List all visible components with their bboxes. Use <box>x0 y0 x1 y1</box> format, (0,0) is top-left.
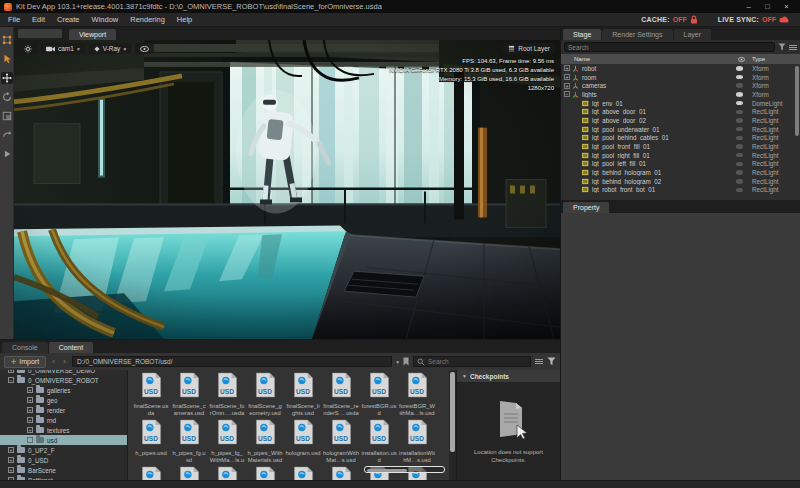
vertical-scrollbar[interactable] <box>449 370 456 480</box>
expand-box-icon[interactable]: + <box>564 74 570 80</box>
content-search-input[interactable]: Search <box>413 356 531 367</box>
file-item[interactable]: USDfinalScene.usda <box>132 372 170 419</box>
snap-tool-icon[interactable] <box>1 129 13 141</box>
tab-layer[interactable]: Layer <box>674 29 712 40</box>
visibility-eye-icon[interactable] <box>736 75 743 80</box>
root-layer-selector[interactable]: Root Layer <box>503 43 555 54</box>
bookmark-icon[interactable] <box>403 357 409 366</box>
column-name[interactable]: Name <box>574 56 738 62</box>
expand-box-icon[interactable]: − <box>564 91 570 97</box>
stage-row[interactable]: +robotXform <box>561 64 800 73</box>
file-item[interactable]: USD <box>170 466 208 480</box>
stage-scrollbar[interactable] <box>795 66 799 136</box>
back-icon[interactable]: ‹ <box>50 357 57 366</box>
file-item[interactable]: USDfinalScene_lights.usd <box>284 372 322 419</box>
move-tool-icon[interactable] <box>1 72 13 84</box>
expand-box-icon[interactable]: + <box>8 370 14 373</box>
select-tool-icon[interactable] <box>1 53 13 65</box>
stage-row[interactable]: lgt_above_door_01RectLight <box>561 107 800 116</box>
visibility-eye-icon[interactable] <box>736 170 743 175</box>
minimize-icon[interactable]: – <box>739 1 758 13</box>
visibility-eye-icon[interactable] <box>736 144 743 149</box>
file-item[interactable]: USDinstallation.usd <box>360 419 398 466</box>
path-input[interactable]: D:/0_OMNIVERSE_ROBOT/usd/ <box>72 356 392 367</box>
folder-tree-row[interactable]: +geo <box>0 395 127 405</box>
menu-window[interactable]: Window <box>86 15 125 24</box>
folder-tree-row[interactable]: +rnd <box>0 415 127 425</box>
expand-box-icon[interactable]: + <box>27 387 33 393</box>
close-icon[interactable]: × <box>777 1 796 13</box>
horizontal-scrollbar[interactable] <box>364 466 445 473</box>
visibility-eye-icon[interactable] <box>736 188 743 193</box>
file-item[interactable]: USDfinalScene_geometry.usd <box>246 372 284 419</box>
file-item[interactable]: USD <box>208 466 246 480</box>
menu-create[interactable]: Create <box>51 15 86 24</box>
file-item[interactable]: USDh_pipes_fg.usd <box>170 419 208 466</box>
tab-content[interactable]: Content <box>49 342 94 353</box>
tab-viewport[interactable]: Viewport <box>69 29 116 40</box>
stage-row[interactable]: lgt_pool_right_fill_01RectLight <box>561 151 800 160</box>
stage-row[interactable]: +camerasXform <box>561 81 800 90</box>
filter-icon[interactable] <box>778 43 786 51</box>
file-item[interactable]: USD <box>284 466 322 480</box>
expand-box-icon[interactable]: + <box>27 397 33 403</box>
cache-value[interactable]: OFF <box>673 16 687 23</box>
checkpoints-header[interactable]: ▼ Checkpoints <box>457 370 560 382</box>
forward-icon[interactable]: › <box>61 357 68 366</box>
folder-tree-row[interactable]: +0_UP2_F <box>0 445 127 455</box>
expand-box-icon[interactable]: + <box>8 457 14 463</box>
stage-row[interactable]: lgt_pool_underwater_01RectLight <box>561 125 800 134</box>
tab-render-settings[interactable]: Render Settings <box>602 29 672 40</box>
folder-tree-row[interactable]: −0_OMNIVERSE_ROBOT <box>0 375 127 385</box>
path-dropdown-icon[interactable]: ▾ <box>396 359 399 365</box>
viewport-canvas[interactable]: cam1 ▾ V-Ray ▾ Root Layer F <box>14 40 560 339</box>
expand-box-icon[interactable]: − <box>8 377 14 383</box>
folder-tree-row[interactable]: usd <box>0 435 127 445</box>
expand-box-icon[interactable]: + <box>564 83 570 89</box>
expand-box-icon[interactable]: + <box>27 427 33 433</box>
column-type[interactable]: Type <box>752 56 800 62</box>
stage-row[interactable]: lgt_pool_behind_cables_01RectLight <box>561 134 800 143</box>
menu-edit[interactable]: Edit <box>26 15 51 24</box>
tab-property[interactable]: Property <box>563 202 609 213</box>
stage-row[interactable]: lgt_behind_hologram_01RectLight <box>561 168 800 177</box>
selection-bounds-icon[interactable] <box>1 34 13 46</box>
tab-stage[interactable]: Stage <box>563 29 601 40</box>
rotate-tool-icon[interactable] <box>1 91 13 103</box>
folder-tree-row[interactable]: +galleries <box>0 385 127 395</box>
column-visibility-eye-icon[interactable] <box>738 57 752 62</box>
maximize-icon[interactable]: □ <box>758 1 777 13</box>
file-item[interactable]: USDhologram.usd <box>284 419 322 466</box>
file-item[interactable]: USDfinalScene_forOmn….usda <box>208 372 246 419</box>
stage-row[interactable]: lgt_robot_front_bot_01RectLight <box>561 186 800 195</box>
visibility-eye-icon[interactable] <box>736 66 743 71</box>
import-button[interactable]: + Import <box>4 356 46 368</box>
viewport-settings-button[interactable] <box>19 43 37 54</box>
visibility-menu-button[interactable] <box>135 43 154 54</box>
visibility-eye-icon[interactable] <box>736 162 743 167</box>
stage-row[interactable]: lgt_pool_left_fill_01RectLight <box>561 160 800 169</box>
stage-row[interactable]: lgt_above_door_02RectLight <box>561 116 800 125</box>
expand-box-icon[interactable]: + <box>8 467 14 473</box>
scale-tool-icon[interactable] <box>1 110 13 122</box>
stage-row[interactable]: lgt_pool_front_fill_01RectLight <box>561 142 800 151</box>
file-item[interactable]: USD <box>322 466 360 480</box>
stage-row[interactable]: +roomXform <box>561 73 800 82</box>
visibility-eye-icon[interactable] <box>736 118 743 123</box>
file-item[interactable]: USDforestBGR_WithMa…ls.usd <box>398 372 436 419</box>
stage-search-input[interactable]: Search <box>564 42 775 52</box>
menu-help[interactable]: Help <box>171 15 198 24</box>
visibility-eye-icon[interactable] <box>736 136 743 141</box>
file-item[interactable]: USDfinalScene_cameras.usd <box>170 372 208 419</box>
file-item[interactable]: USDh_pipes.usd <box>132 419 170 466</box>
visibility-eye-icon[interactable] <box>736 179 743 184</box>
expand-box-icon[interactable]: + <box>8 447 14 453</box>
renderer-selector[interactable]: V-Ray ▾ <box>89 43 131 54</box>
stage-row[interactable]: −lightsXform <box>561 90 800 99</box>
expand-box-icon[interactable]: + <box>27 407 33 413</box>
content-filter-icon[interactable] <box>547 357 556 366</box>
visibility-eye-icon[interactable] <box>736 83 743 88</box>
visibility-eye-icon[interactable] <box>736 101 743 106</box>
visibility-eye-icon[interactable] <box>736 92 743 97</box>
livesync-cloud-icon[interactable] <box>779 16 790 23</box>
